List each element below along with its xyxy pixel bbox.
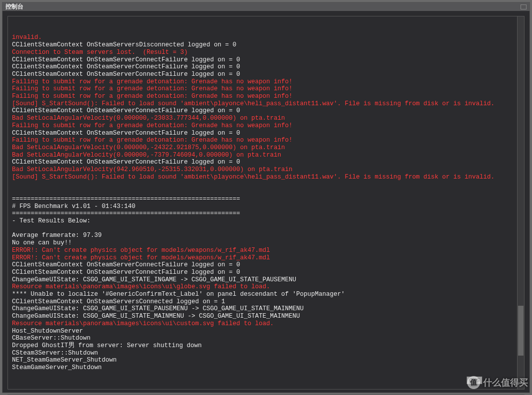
log-line: [12, 225, 520, 232]
log-line: ========================================…: [12, 196, 520, 203]
log-line: CClientSteamContext OnSteamServerConnect…: [12, 269, 520, 276]
window-controls: [521, 4, 527, 9]
log-line: Bad SetLocalAngularVelocity(942.960510,-…: [12, 166, 520, 174]
log-line: ChangeGameUIState: CSGO_GAME_UI_STATE_IN…: [12, 276, 520, 284]
log-line: CClientSteamContext OnSteamServerConnect…: [12, 159, 520, 166]
log-line: CClientSteamContext OnSteamServerConnect…: [12, 107, 520, 115]
log-line: CClientSteamContext OnSteamServerConnect…: [12, 63, 520, 71]
log-line: Bad SetLocalAngularVelocity(0.000000,-73…: [12, 152, 520, 159]
log-line: [12, 181, 520, 188]
log-line: Failing to submit row for a grenade deto…: [12, 85, 520, 93]
log-line: CClientSteamContext OnSteamServerConnect…: [12, 130, 520, 137]
log-line: Failing to submit row for a grenade deto…: [12, 122, 520, 130]
log-line: [Sound] S_StartSound(): Failed to load s…: [12, 174, 520, 181]
log-line: - Test Results Below:: [12, 217, 520, 225]
log-line: Failing to submit row for a grenade deto…: [12, 78, 520, 86]
log-line: Host_ShutdownServer: [12, 328, 520, 335]
log-line: Failing to submit row for a grenade deto…: [12, 93, 520, 100]
log-line: ========================================…: [12, 210, 520, 217]
titlebar[interactable]: 控制台: [2, 2, 530, 11]
log-line: ChangeGameUIState: CSGO_GAME_UI_STATE_MA…: [12, 313, 520, 320]
log-line: Bad SetLocalAngularVelocity(0.000000,-24…: [12, 144, 520, 152]
log-line: Failing to submit row for a grenade deto…: [12, 137, 520, 144]
log-line: ERROR!: Can't create physics object for …: [12, 247, 520, 254]
log-line: Resource materials\panorama\images\icons…: [12, 283, 520, 291]
window-content: invalid.CClientSteamContext OnSteamServe…: [2, 11, 530, 395]
maximize-icon[interactable]: [521, 4, 527, 9]
ime-indicator: CHS: [467, 377, 482, 384]
scrollbar[interactable]: [517, 16, 524, 389]
log-line: Dropped GhostIT男 from server: Server shu…: [12, 342, 520, 350]
console-window: 控制台 invalid.CClientSteamContext OnSteamS…: [2, 2, 530, 393]
log-line: # FPS Benchmark v1.01 - 01:43:140: [12, 203, 520, 210]
console-log[interactable]: invalid.CClientSteamContext OnSteamServe…: [7, 16, 525, 390]
log-line: CClientSteamContext OnSteamServersDiscon…: [12, 41, 520, 49]
log-line: CClientSteamContext OnSteamServersConnec…: [12, 298, 520, 306]
log-line: [12, 188, 520, 196]
log-line: Average framerate: 97.39: [12, 232, 520, 239]
log-line: CSteam3Server::Shutdown: [12, 350, 520, 357]
log-line: **** Unable to localize '#GenericConfirm…: [12, 291, 520, 298]
scrollbar-thumb[interactable]: [518, 306, 524, 356]
log-line: NET_SteamGameServer_Shutdown: [12, 357, 520, 364]
log-line: CClientSteamContext OnSteamServerConnect…: [12, 71, 520, 78]
log-line: Connection to Steam servers lost. (Resul…: [12, 49, 520, 56]
log-line: No one can buy!!: [12, 239, 520, 247]
log-line: CBaseServer::Shutdown: [12, 335, 520, 342]
window-title: 控制台: [5, 2, 23, 11]
log-line: ChangeGameUIState: CSGO_GAME_UI_STATE_PA…: [12, 305, 520, 313]
log-line: invalid.: [12, 34, 520, 41]
log-line: Resource materials\panorama\images\icons…: [12, 320, 520, 328]
log-line: [Sound] S_StartSound(): Failed to load s…: [12, 100, 520, 108]
log-line: CClientSteamContext OnSteamServerConnect…: [12, 261, 520, 269]
log-line: SteamGameServer_Shutdown: [12, 364, 520, 372]
log-line: Bad SetLocalAngularVelocity(0.000000,-23…: [12, 115, 520, 122]
log-line: CClientSteamContext OnSteamServerConnect…: [12, 56, 520, 64]
log-line: ERROR!: Can't create physics object for …: [12, 254, 520, 262]
